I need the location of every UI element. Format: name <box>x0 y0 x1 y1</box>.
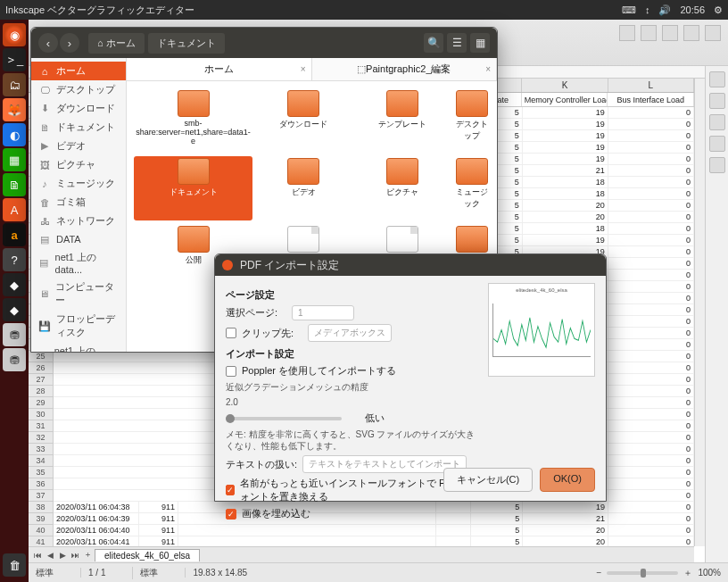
file-item[interactable]: デスクトップ <box>454 88 490 153</box>
clip-checkbox[interactable] <box>226 328 236 338</box>
vertical-scrollbar[interactable] <box>694 79 705 546</box>
cell[interactable]: 0 <box>608 467 694 478</box>
toolbar-icon[interactable] <box>641 25 657 41</box>
sheet-add-icon[interactable]: ＋ <box>82 550 93 561</box>
row-header[interactable]: 39 <box>29 513 53 525</box>
search-icon[interactable]: 🔍 <box>424 33 443 53</box>
sidebar-item[interactable]: 🖥コンピューター <box>31 278 126 310</box>
cell[interactable]: 0 <box>608 478 694 489</box>
list-view-icon[interactable]: ☰ <box>447 33 467 53</box>
row-header[interactable]: 30 <box>29 409 53 420</box>
launcher-amazon-icon[interactable]: a <box>3 223 26 246</box>
cell[interactable]: 0 <box>608 119 694 129</box>
cell[interactable]: 0 <box>608 258 694 269</box>
launcher-libreoffice-writer-icon[interactable]: 🗎 <box>3 173 26 196</box>
font-substitute-checkbox[interactable]: ✓ <box>226 485 235 495</box>
cell[interactable]: 0 <box>608 188 694 199</box>
launcher-app-icon[interactable]: ◆ <box>3 298 26 321</box>
file-item[interactable]: ドキュメント <box>134 156 252 220</box>
dialog-titlebar[interactable]: PDF インポート設定 <box>215 254 606 276</box>
cell[interactable]: 0 <box>608 281 694 292</box>
tab-paintgraphic[interactable]: ⬚Paintgraphic2_編案 × <box>312 58 497 80</box>
col-header[interactable]: L <box>608 79 694 92</box>
sidebar-item[interactable]: 🖵デスクトップ <box>31 80 126 99</box>
cell[interactable]: 20 <box>523 212 608 222</box>
row-header[interactable]: 35 <box>29 467 53 478</box>
launcher-drive-icon[interactable]: ⛃ <box>3 323 26 346</box>
sidebar-item[interactable]: ▶ビデオ <box>31 137 126 155</box>
cell[interactable]: 0 <box>608 490 694 501</box>
zoom-out-icon[interactable]: − <box>597 568 602 578</box>
row-header[interactable]: 40 <box>29 525 53 536</box>
right-tool-icon[interactable] <box>709 114 725 130</box>
sidebar-item[interactable]: ♪ミュージック <box>31 174 126 193</box>
clock[interactable]: 20:56 <box>680 4 705 15</box>
sidebar-item[interactable]: 🖧ネットワーク <box>31 212 126 230</box>
cell[interactable]: 0 <box>608 409 694 420</box>
sidebar-item[interactable]: 🗎ドキュメント <box>31 118 126 137</box>
cell[interactable]: 18 <box>523 223 608 234</box>
launcher-drive2-icon[interactable]: ⛃ <box>3 348 26 371</box>
right-tool-icon[interactable] <box>709 71 725 87</box>
cell[interactable]: 0 <box>608 351 694 362</box>
cell[interactable]: 0 <box>608 444 694 454</box>
cell[interactable]: 20 <box>523 200 608 211</box>
cell[interactable]: 0 <box>608 374 694 385</box>
cell[interactable]: 19 <box>523 235 608 245</box>
clip-target-combo[interactable]: メディアボックス <box>308 324 392 342</box>
volume-icon[interactable]: 🔊 <box>658 4 671 16</box>
cell[interactable]: 19 <box>523 107 608 118</box>
cell[interactable]: 19 <box>523 119 608 129</box>
file-item[interactable]: ダウンロード <box>256 88 352 153</box>
cancel-button[interactable]: キャンセル(C) <box>443 468 533 492</box>
cell[interactable]: 0 <box>608 432 694 443</box>
breadcrumb-home[interactable]: ⌂ ホーム <box>88 33 145 54</box>
file-item[interactable]: ミュージック <box>454 156 490 220</box>
sidebar-item[interactable]: ⬇ダウンロード <box>31 99 126 118</box>
file-item[interactable]: ビデオ <box>256 156 352 220</box>
cell[interactable]: 0 <box>608 200 694 211</box>
sheet-nav-next-icon[interactable]: ▶ <box>57 550 68 561</box>
cell[interactable]: 19 <box>523 130 608 141</box>
close-window-icon[interactable] <box>222 260 233 270</box>
col-header[interactable]: K <box>522 79 608 92</box>
cell[interactable]: 0 <box>608 165 694 176</box>
sheet-nav-prev-icon[interactable]: ◀ <box>45 550 55 561</box>
grid-view-icon[interactable]: ▦ <box>470 33 490 53</box>
ok-button[interactable]: OK(O) <box>540 468 595 492</box>
keyboard-icon[interactable]: ⌨ <box>622 4 636 16</box>
sheet-tab[interactable]: elitedesk_4k_60_elsa <box>95 549 200 561</box>
sidebar-item[interactable]: ▤DATA <box>31 230 126 248</box>
tab-close-icon[interactable]: × <box>485 64 491 74</box>
row-header[interactable]: 33 <box>29 444 53 455</box>
cell[interactable]: 0 <box>608 328 694 338</box>
cell[interactable]: 0 <box>608 339 694 350</box>
file-manager-titlebar[interactable]: ‹ › ⌂ ホーム ドキュメント 🔍 ☰ ▦ <box>31 28 497 58</box>
nav-back-button[interactable]: ‹ <box>38 33 58 53</box>
sidebar-item[interactable]: 💾フロッピーディスク <box>31 310 126 342</box>
row-header[interactable]: 29 <box>29 397 53 409</box>
launcher-inkscape-icon[interactable]: ◆ <box>3 273 26 296</box>
sidebar-item[interactable]: ⌂ホーム <box>31 62 126 80</box>
row-header[interactable]: 28 <box>29 386 53 397</box>
launcher-trash-icon[interactable]: 🗑 <box>3 553 26 577</box>
row-header[interactable]: 32 <box>29 432 53 444</box>
select-page-spinner[interactable]: 1 <box>292 305 354 320</box>
cell[interactable]: 19 <box>523 142 608 153</box>
right-tool-icon[interactable] <box>709 157 725 173</box>
embed-image-checkbox[interactable]: ✓ <box>226 509 236 520</box>
right-tool-icon[interactable] <box>709 93 725 109</box>
sheet-nav-first-icon[interactable]: ⏮ <box>32 550 43 561</box>
launcher-chromium-icon[interactable]: ◐ <box>3 123 26 146</box>
cell[interactable]: 0 <box>608 270 694 280</box>
row-header[interactable]: 27 <box>29 374 53 386</box>
sidebar-item[interactable]: ▤net1 上の data1-e <box>31 342 126 352</box>
zoom-slider[interactable] <box>607 571 678 575</box>
launcher-libreoffice-calc-icon[interactable]: ▦ <box>3 148 26 171</box>
nav-forward-button[interactable]: › <box>60 33 79 53</box>
cell[interactable]: 0 <box>608 397 694 408</box>
cell[interactable]: 0 <box>608 107 694 118</box>
sidebar-item[interactable]: 🗑ゴミ箱 <box>31 193 126 212</box>
toolbar-icon[interactable] <box>705 25 721 41</box>
network-icon[interactable]: ↕ <box>645 4 650 15</box>
